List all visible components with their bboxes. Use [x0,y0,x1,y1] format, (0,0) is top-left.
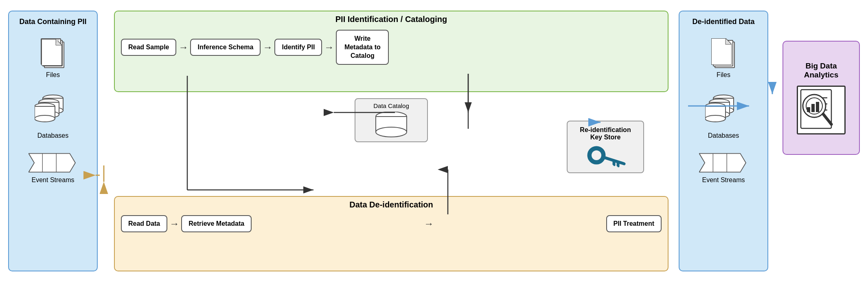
svg-marker-51 [699,154,746,172]
arrow-left-to-middle-container [98,11,110,271]
pii-panel-title: PII Identification / Cataloging [115,11,668,27]
deident-panel: Data De-identification Read Data → Retri… [114,196,669,271]
data-catalog-title: Data Catalog [360,102,422,109]
deident-flow: Read Data → Retrieve Metadata → PII Trea… [121,215,662,232]
files-icon-right: Files [711,38,736,79]
middle-section: PII Identification / Cataloging Read Sam… [114,11,669,271]
svg-marker-41 [726,38,732,44]
left-panel-title: Data Containing PII [19,18,86,26]
svg-rect-63 [811,104,815,112]
svg-marker-0 [42,39,62,66]
event-streams-svg-right [699,152,748,174]
pii-treatment-box: PII Treatment [606,215,662,232]
databases-icon-right: Databases [705,91,742,139]
pii-panel: PII Identification / Cataloging Read Sam… [114,11,669,92]
databases-label-right: Databases [708,132,739,139]
right-panel: De-identified Data Files [679,11,768,271]
deident-arrow-2: → [254,218,604,229]
event-streams-label-left: Event Streams [32,176,75,184]
databases-label-left: Databases [37,132,69,139]
data-catalog-cylinder [375,112,408,138]
diagram-container: Data Containing PII Files [0,0,868,282]
svg-point-50 [705,115,726,122]
file-stack-right [711,38,736,69]
svg-rect-62 [807,107,810,112]
data-catalog-container: Data Catalog [355,98,428,142]
inference-schema-box: Inference Schema [190,39,261,56]
svg-rect-64 [816,102,819,112]
deident-panel-title: Data De-identification [115,197,668,213]
file-page-1 [41,38,61,65]
deident-arrow-1: → [169,218,179,229]
right-panel-title: De-identified Data [692,18,754,26]
key-icon [585,145,626,167]
analytics-svg [799,88,844,132]
left-panel: Data Containing PII Files [8,11,98,271]
arrow-1: → [178,42,188,53]
analytics-panel: Big Data Analytics [783,41,860,155]
svg-marker-11 [28,154,75,172]
analytics-title: Big Data Analytics [789,62,853,79]
arrow-right-svg [768,11,776,271]
read-data-box: Read Data [121,215,167,232]
analytics-icon [797,86,846,134]
event-streams-label-right: Event Streams [702,176,745,184]
event-streams-icon-left: Event Streams [28,152,77,184]
file-stack-left [41,38,65,69]
data-catalog-box: Data Catalog [355,98,428,142]
file-page-r1 [711,38,732,65]
event-streams-icon-right: Event Streams [699,152,748,184]
databases-svg-right [705,91,742,130]
files-icon-left: Files [41,38,65,79]
identify-pii-box: Identify PII [274,39,322,56]
databases-svg-left [35,91,71,130]
arrow-left-middle-svg [98,11,110,271]
arrow-2: → [263,42,272,53]
read-sample-box: Read Sample [121,39,176,56]
svg-point-10 [35,115,55,122]
write-metadata-box: Write Metadata to Catalog [336,30,389,65]
files-label-left: Files [46,71,60,79]
arrow-right-container [768,11,776,271]
event-streams-svg-left [28,152,77,174]
arrow-3: → [324,42,334,53]
pii-flow: Read Sample → Inference Schema → Identif… [121,30,662,65]
svg-point-19 [376,127,407,137]
retrieve-metadata-box: Retrieve Metadata [181,215,252,232]
svg-point-26 [592,150,601,160]
reident-box: Re-identification Key Store [567,121,644,173]
svg-marker-1 [56,39,62,45]
reident-title: Re-identification Key Store [574,126,637,141]
databases-icon-left: Databases [35,91,71,139]
files-label-right: Files [717,71,730,79]
